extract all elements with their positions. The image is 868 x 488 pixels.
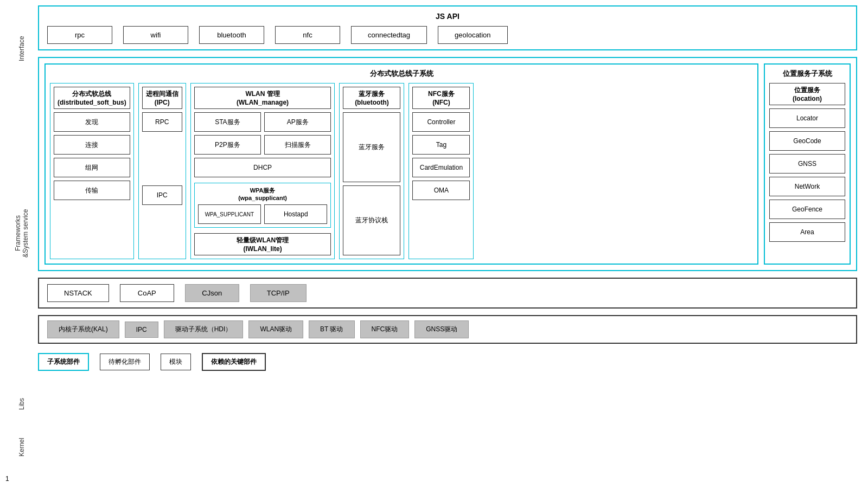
kernel-bt: BT 驱动 [309,320,354,338]
location-title: 位置服务子系统 [769,69,845,79]
lib-coap: CoAP [120,284,174,302]
wlan-title: WLAN 管理(WLAN_manage) [194,87,331,109]
kernel-section: 内核子系统(KAL) IPC 驱动子系统（HDI） WLAN驱动 BT 驱动 N… [38,315,857,344]
wlan-sta: STA服务 [194,112,261,132]
api-boxes: rpc wifi bluetooth nfc connectedtag geol… [47,26,848,44]
wlan-p2p: P2P服务 [194,135,261,155]
wpa-hostapd: Hostapd [264,204,327,224]
dist-title: 分布式软总线子系统 [50,69,753,79]
api-box-rpc: rpc [47,26,112,44]
api-box-connectedtag: connectedtag [351,26,427,44]
nfc-oma: OMA [412,181,470,200]
label-libs: Libs [11,385,33,423]
soft-bus-title: 分布式软总线(distributed_soft_bus) [54,87,130,109]
kernel-hdi: 驱动子系统（HDI） [164,320,244,338]
iwlan-title: 轻量级WLAN管理(IWLAN_lite) [194,233,331,255]
label-kernel: Kernel [11,431,33,464]
kernel-wlan: WLAN驱动 [248,320,303,338]
location-geocode: GeoCode [769,131,845,151]
sb-item-zuwang: 组网 [54,158,130,177]
bt-service: 蓝牙服务 [343,112,400,182]
sb-item-lianjie: 连接 [54,135,130,155]
wpa-grid: WPA_SUPPLICANT Hostapd [198,204,328,224]
location-subsystem: 位置服务子系统 位置服务(location) Locator GeoCode G… [764,63,851,265]
api-box-geolocation: geolocation [438,26,508,44]
lib-nstack: NSTACK [47,284,109,302]
wlan-ap: AP服务 [264,112,331,132]
dist-subsystem: 分布式软总线子系统 分布式软总线(distributed_soft_bus) 发… [44,63,758,265]
ipc-col: 进程间通信(IPC) RPC IPC [138,83,186,259]
ipc-ipc: IPC [142,185,182,205]
sb-item-chuanshu: 传输 [54,181,130,200]
libs-section: NSTACK CoAP CJson TCP/IP [38,278,857,309]
nfc-title: NFC服务(NFC) [412,87,470,109]
label-frameworks: Frameworks&System service [11,92,33,374]
nfc-col: NFC服务(NFC) Controller Tag CardEmulation … [409,83,474,259]
js-api-title: JS API [47,12,848,21]
kernel-kal: 内核子系统(KAL) [47,320,119,338]
label-interface: Interface [11,16,33,81]
legend-module: 模块 [161,354,191,370]
sb-item-faxian: 发现 [54,112,130,132]
nfc-cardemulation: CardEmulation [412,158,470,177]
interface-section: JS API rpc wifi bluetooth nfc connectedt… [38,5,857,50]
lib-tcpip: TCP/IP [250,284,307,302]
ipc-title: 进程间通信(IPC) [142,87,182,109]
bt-col: 蓝牙服务(bluetooth) 蓝牙服务 蓝牙协议栈 [339,83,404,259]
wpa-supplicant: WPA_SUPPLICANT [198,204,261,224]
nfc-tag: Tag [412,135,470,155]
soft-bus-col: 分布式软总线(distributed_soft_bus) 发现 连接 组网 传输 [50,83,134,259]
kernel-nfc: NFC驱动 [360,320,410,338]
location-gnss: GNSS [769,154,845,174]
kernel-ipc: IPC [125,322,158,338]
ipc-rpc: RPC [142,112,182,132]
bt-title: 蓝牙服务(bluetooth) [343,87,400,109]
lib-cjson: CJson [185,284,239,302]
page-number: 1 [5,475,9,483]
api-box-wifi: wifi [123,26,188,44]
location-area: Area [769,222,845,242]
location-service-title: 位置服务(location) [769,83,845,105]
api-box-nfc: nfc [275,26,340,44]
api-box-bluetooth: bluetooth [199,26,264,44]
kernel-gnss: GNSS驱动 [414,320,469,338]
legend-subsystem: 子系统部件 [38,353,89,371]
wlan-scan: 扫描服务 [264,135,331,155]
frameworks-section: 分布式软总线子系统 分布式软总线(distributed_soft_bus) 发… [38,57,857,271]
legend-incubating: 待孵化部件 [100,354,150,370]
wlan-grid: STA服务 AP服务 P2P服务 扫描服务 [194,112,331,155]
wpa-section: WPA服务(wpa_supplicant) WPA_SUPPLICANT Hos… [194,183,331,228]
wlan-col: WLAN 管理(WLAN_manage) STA服务 AP服务 P2P服务 扫描… [190,83,335,259]
wlan-dhcp: DHCP [194,158,331,177]
bt-protocol: 蓝牙协议栈 [343,185,400,255]
legend-key-dep: 依赖的关键部件 [202,353,266,371]
location-locator: Locator [769,108,845,128]
nfc-controller: Controller [412,112,470,132]
location-network: NetWork [769,177,845,196]
wpa-title: WPA服务(wpa_supplicant) [198,187,328,201]
location-col: 位置服务(location) Locator GeoCode GNSS NetW… [769,83,845,242]
legend-section: 子系统部件 待孵化部件 模块 依赖的关键部件 [38,353,857,371]
location-geofence: GeoFence [769,200,845,219]
